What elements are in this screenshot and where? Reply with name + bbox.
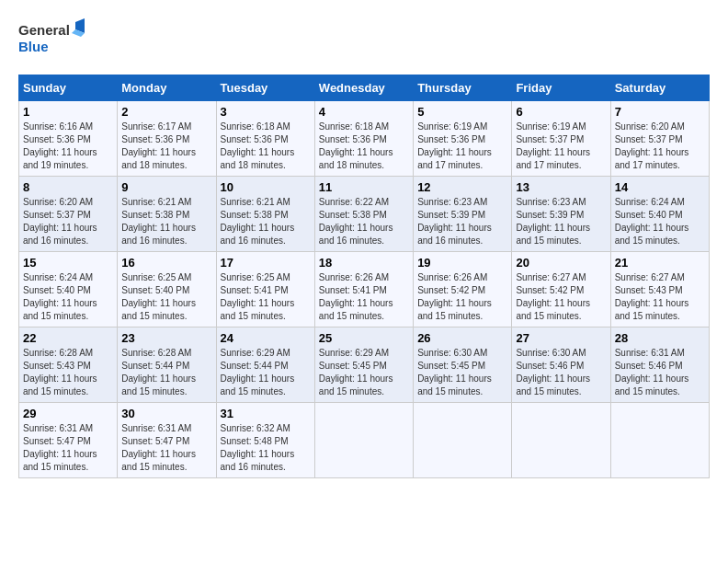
- calendar-header-row: SundayMondayTuesdayWednesdayThursdayFrid…: [19, 75, 710, 101]
- col-header-thursday: Thursday: [414, 75, 512, 101]
- cell-info: Sunrise: 6:27 AMSunset: 5:43 PMDaylight:…: [615, 272, 689, 321]
- day-number: 2: [121, 105, 211, 119]
- table-row: 3Sunrise: 6:18 AMSunset: 5:36 PMDaylight…: [216, 101, 314, 177]
- table-row: [414, 403, 512, 478]
- table-row: [314, 403, 413, 478]
- cell-info: Sunrise: 6:18 AMSunset: 5:36 PMDaylight:…: [319, 121, 393, 170]
- table-row: 16Sunrise: 6:25 AMSunset: 5:40 PMDayligh…: [118, 252, 216, 327]
- day-number: 26: [417, 331, 507, 345]
- day-number: 8: [23, 180, 113, 194]
- day-number: 14: [615, 180, 705, 194]
- table-row: [512, 403, 610, 478]
- day-number: 25: [319, 331, 409, 345]
- cell-info: Sunrise: 6:22 AMSunset: 5:38 PMDaylight:…: [319, 197, 393, 246]
- day-number: 20: [516, 256, 606, 270]
- logo-svg: General Blue: [18, 18, 92, 60]
- table-row: 10Sunrise: 6:21 AMSunset: 5:38 PMDayligh…: [216, 177, 314, 252]
- table-row: 2Sunrise: 6:17 AMSunset: 5:36 PMDaylight…: [118, 101, 216, 177]
- cell-info: Sunrise: 6:30 AMSunset: 5:46 PMDaylight:…: [516, 348, 590, 396]
- table-row: 12Sunrise: 6:23 AMSunset: 5:39 PMDayligh…: [414, 177, 512, 252]
- cell-info: Sunrise: 6:30 AMSunset: 5:45 PMDaylight:…: [417, 348, 492, 396]
- day-number: 17: [221, 256, 311, 270]
- cell-info: Sunrise: 6:23 AMSunset: 5:39 PMDaylight:…: [417, 197, 492, 246]
- table-row: 26Sunrise: 6:30 AMSunset: 5:45 PMDayligh…: [414, 327, 512, 403]
- cell-info: Sunrise: 6:28 AMSunset: 5:44 PMDaylight:…: [121, 348, 196, 396]
- calendar-table: SundayMondayTuesdayWednesdayThursdayFrid…: [18, 75, 710, 478]
- cell-info: Sunrise: 6:23 AMSunset: 5:39 PMDaylight:…: [516, 197, 590, 246]
- table-row: 5Sunrise: 6:19 AMSunset: 5:36 PMDaylight…: [414, 101, 512, 177]
- table-row: 25Sunrise: 6:29 AMSunset: 5:45 PMDayligh…: [314, 327, 413, 403]
- cell-info: Sunrise: 6:31 AMSunset: 5:47 PMDaylight:…: [23, 423, 97, 472]
- table-row: 7Sunrise: 6:20 AMSunset: 5:37 PMDaylight…: [610, 101, 709, 177]
- cell-info: Sunrise: 6:24 AMSunset: 5:40 PMDaylight:…: [23, 272, 97, 321]
- day-number: 31: [221, 407, 311, 420]
- page-header: General Blue: [18, 18, 710, 60]
- day-number: 15: [23, 256, 113, 270]
- calendar-week-2: 8Sunrise: 6:20 AMSunset: 5:37 PMDaylight…: [19, 177, 710, 252]
- table-row: 30Sunrise: 6:31 AMSunset: 5:47 PMDayligh…: [118, 403, 216, 478]
- table-row: 31Sunrise: 6:32 AMSunset: 5:48 PMDayligh…: [216, 403, 314, 478]
- table-row: 9Sunrise: 6:21 AMSunset: 5:38 PMDaylight…: [118, 177, 216, 252]
- day-number: 30: [121, 407, 211, 420]
- svg-text:General: General: [18, 22, 70, 38]
- table-row: 17Sunrise: 6:25 AMSunset: 5:41 PMDayligh…: [216, 252, 314, 327]
- day-number: 9: [121, 180, 211, 194]
- day-number: 19: [417, 256, 507, 270]
- table-row: 29Sunrise: 6:31 AMSunset: 5:47 PMDayligh…: [19, 403, 118, 478]
- day-number: 23: [121, 331, 211, 345]
- table-row: 8Sunrise: 6:20 AMSunset: 5:37 PMDaylight…: [19, 177, 118, 252]
- cell-info: Sunrise: 6:26 AMSunset: 5:41 PMDaylight:…: [319, 272, 393, 321]
- day-number: 10: [221, 180, 311, 194]
- cell-info: Sunrise: 6:19 AMSunset: 5:36 PMDaylight:…: [417, 121, 492, 170]
- table-row: 15Sunrise: 6:24 AMSunset: 5:40 PMDayligh…: [19, 252, 118, 327]
- cell-info: Sunrise: 6:24 AMSunset: 5:40 PMDaylight:…: [615, 197, 689, 246]
- col-header-wednesday: Wednesday: [314, 75, 413, 101]
- day-number: 28: [615, 331, 705, 345]
- col-header-saturday: Saturday: [610, 75, 709, 101]
- logo: General Blue: [18, 18, 92, 60]
- day-number: 5: [417, 105, 507, 119]
- cell-info: Sunrise: 6:31 AMSunset: 5:47 PMDaylight:…: [121, 423, 196, 472]
- cell-info: Sunrise: 6:17 AMSunset: 5:36 PMDaylight:…: [121, 121, 196, 170]
- cell-info: Sunrise: 6:27 AMSunset: 5:42 PMDaylight:…: [516, 272, 590, 321]
- day-number: 6: [516, 105, 606, 119]
- col-header-monday: Monday: [118, 75, 216, 101]
- table-row: 20Sunrise: 6:27 AMSunset: 5:42 PMDayligh…: [512, 252, 610, 327]
- cell-info: Sunrise: 6:25 AMSunset: 5:41 PMDaylight:…: [221, 272, 295, 321]
- cell-info: Sunrise: 6:21 AMSunset: 5:38 PMDaylight:…: [221, 197, 295, 246]
- day-number: 24: [221, 331, 311, 345]
- cell-info: Sunrise: 6:20 AMSunset: 5:37 PMDaylight:…: [615, 121, 689, 170]
- cell-info: Sunrise: 6:20 AMSunset: 5:37 PMDaylight:…: [23, 197, 97, 246]
- table-row: 27Sunrise: 6:30 AMSunset: 5:46 PMDayligh…: [512, 327, 610, 403]
- table-row: 28Sunrise: 6:31 AMSunset: 5:46 PMDayligh…: [610, 327, 709, 403]
- cell-info: Sunrise: 6:31 AMSunset: 5:46 PMDaylight:…: [615, 348, 689, 396]
- col-header-friday: Friday: [512, 75, 610, 101]
- cell-info: Sunrise: 6:25 AMSunset: 5:40 PMDaylight:…: [121, 272, 196, 321]
- col-header-tuesday: Tuesday: [216, 75, 314, 101]
- col-header-sunday: Sunday: [19, 75, 118, 101]
- cell-info: Sunrise: 6:16 AMSunset: 5:36 PMDaylight:…: [23, 121, 97, 170]
- calendar-week-4: 22Sunrise: 6:28 AMSunset: 5:43 PMDayligh…: [19, 327, 710, 403]
- calendar-week-3: 15Sunrise: 6:24 AMSunset: 5:40 PMDayligh…: [19, 252, 710, 327]
- table-row: 4Sunrise: 6:18 AMSunset: 5:36 PMDaylight…: [314, 101, 413, 177]
- day-number: 3: [221, 105, 311, 119]
- table-row: 23Sunrise: 6:28 AMSunset: 5:44 PMDayligh…: [118, 327, 216, 403]
- table-row: 1Sunrise: 6:16 AMSunset: 5:36 PMDaylight…: [19, 101, 118, 177]
- table-row: 18Sunrise: 6:26 AMSunset: 5:41 PMDayligh…: [314, 252, 413, 327]
- day-number: 29: [23, 407, 113, 420]
- calendar-week-1: 1Sunrise: 6:16 AMSunset: 5:36 PMDaylight…: [19, 101, 710, 177]
- table-row: 11Sunrise: 6:22 AMSunset: 5:38 PMDayligh…: [314, 177, 413, 252]
- table-row: 22Sunrise: 6:28 AMSunset: 5:43 PMDayligh…: [19, 327, 118, 403]
- day-number: 12: [417, 180, 507, 194]
- svg-text:Blue: Blue: [18, 39, 49, 54]
- day-number: 1: [23, 105, 113, 119]
- day-number: 27: [516, 331, 606, 345]
- day-number: 18: [319, 256, 409, 270]
- day-number: 4: [319, 105, 409, 119]
- table-row: 13Sunrise: 6:23 AMSunset: 5:39 PMDayligh…: [512, 177, 610, 252]
- cell-info: Sunrise: 6:29 AMSunset: 5:45 PMDaylight:…: [319, 348, 393, 396]
- table-row: 21Sunrise: 6:27 AMSunset: 5:43 PMDayligh…: [610, 252, 709, 327]
- calendar-week-5: 29Sunrise: 6:31 AMSunset: 5:47 PMDayligh…: [19, 403, 710, 478]
- cell-info: Sunrise: 6:19 AMSunset: 5:37 PMDaylight:…: [516, 121, 590, 170]
- day-number: 21: [615, 256, 705, 270]
